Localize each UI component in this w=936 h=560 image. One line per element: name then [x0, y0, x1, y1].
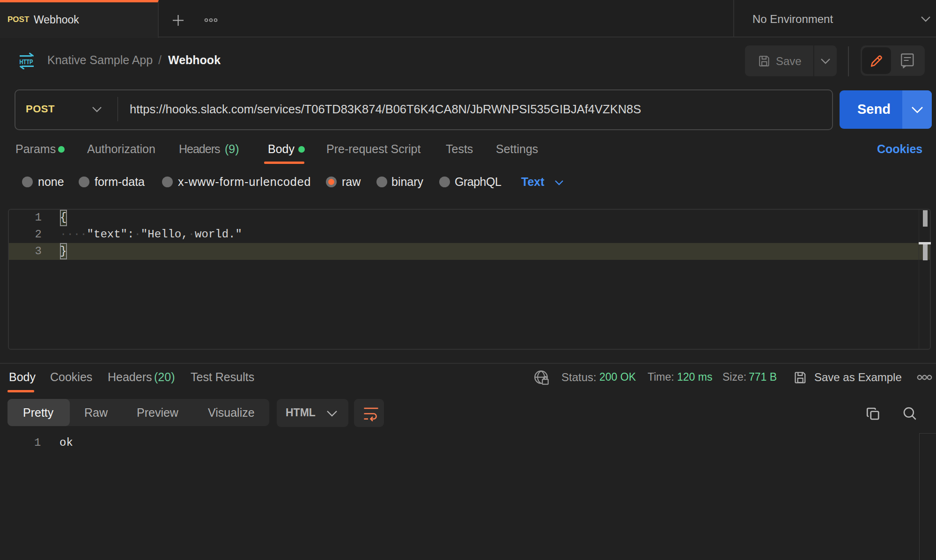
- svg-text:HTTP: HTTP: [20, 58, 33, 66]
